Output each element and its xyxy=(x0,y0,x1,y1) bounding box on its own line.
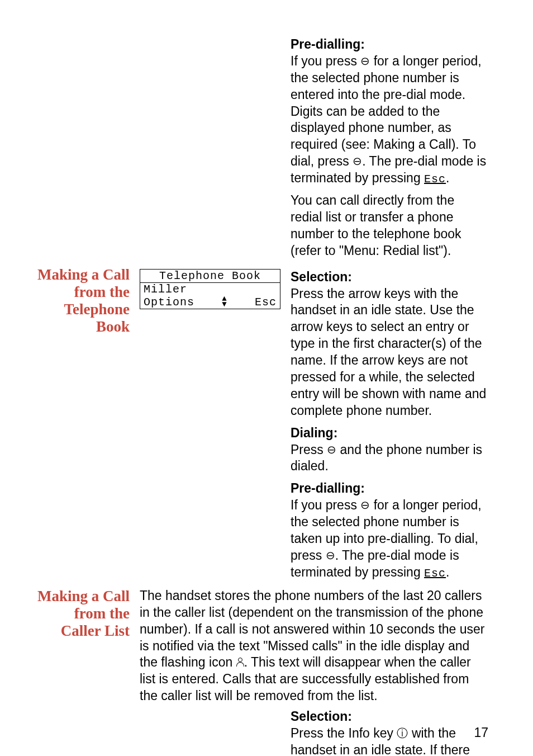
text-fragment: Press xyxy=(291,442,327,457)
side-heading-callerlist: Making a Call from the Caller List xyxy=(34,588,130,640)
hook-icon: ⊖ xyxy=(326,550,335,561)
selection-heading-2: Selection: xyxy=(291,708,488,725)
dialing-heading: Dialing: xyxy=(291,425,488,442)
redial-info-paragraph: You can call directly from the redial li… xyxy=(291,192,488,259)
callerlist-selection-paragraph: Press the Info key ⓘ with the handset in… xyxy=(291,725,488,756)
esc-softkey: Esc xyxy=(424,567,446,580)
predial-paragraph: If you press ⊖ for a longer period, the … xyxy=(291,53,488,187)
esc-softkey: Esc xyxy=(424,173,446,186)
caller-icon xyxy=(236,658,244,667)
lcd-soft-right: Esc xyxy=(255,296,277,309)
text-fragment: . xyxy=(446,565,449,579)
info-icon: ⓘ xyxy=(397,727,408,739)
selection-paragraph: Press the arrow keys with the handset in… xyxy=(291,286,488,419)
text-fragment: . xyxy=(446,171,449,185)
hook-icon: ⊖ xyxy=(327,444,336,455)
lcd-title: Telephone Book xyxy=(140,270,280,283)
lcd-screen: Telephone Book Miller Options ▲▼ Esc xyxy=(140,269,280,309)
text-fragment: for a longer period, the selected phone … xyxy=(291,54,482,168)
lcd-softkey-row: Options ▲▼ Esc xyxy=(140,296,280,309)
page: Pre-dialling: If you press ⊖ for a longe… xyxy=(0,0,533,756)
lcd-soft-left: Options xyxy=(144,296,194,309)
text-fragment: Press the Info key xyxy=(291,726,397,740)
lcd-entry: Miller xyxy=(140,283,280,296)
section-telephone-book: Making a Call from the Telephone Book Te… xyxy=(34,266,488,581)
side-heading-phonebook: Making a Call from the Telephone Book xyxy=(34,266,130,336)
predial-paragraph-2: If you press ⊖ for a longer period, the … xyxy=(291,497,488,581)
section-top: Pre-dialling: If you press ⊖ for a longe… xyxy=(34,34,488,259)
selection-heading: Selection: xyxy=(291,269,488,286)
text-fragment: If you press xyxy=(291,498,360,512)
hook-icon: ⊖ xyxy=(353,155,362,167)
predialling-heading-2: Pre-dialling: xyxy=(291,480,488,497)
section-caller-list: Making a Call from the Caller List The h… xyxy=(34,588,488,756)
hook-icon: ⊖ xyxy=(360,55,370,67)
hook-icon: ⊖ xyxy=(360,499,370,511)
callerlist-intro: The handset stores the phone numbers of … xyxy=(140,588,488,705)
predialling-heading: Pre-dialling: xyxy=(291,36,488,53)
updown-arrow-icon: ▲▼ xyxy=(222,296,227,308)
dialing-paragraph: Press ⊖ and the phone number is dialed. xyxy=(291,442,488,475)
text-fragment: If you press xyxy=(291,54,360,68)
page-number: 17 xyxy=(474,725,488,740)
